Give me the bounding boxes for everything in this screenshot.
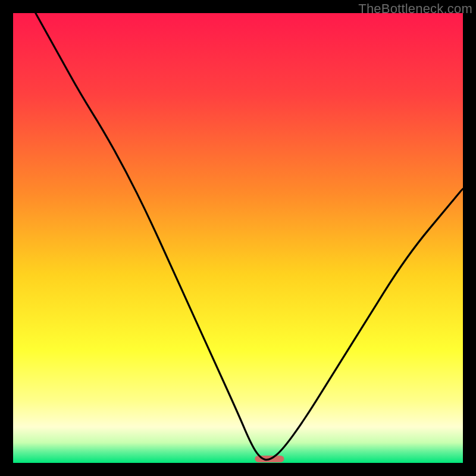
- bottleneck-chart: [13, 13, 463, 463]
- chart-background: [13, 13, 463, 463]
- chart-frame: [13, 13, 463, 463]
- watermark-text: TheBottleneck.com: [358, 1, 472, 17]
